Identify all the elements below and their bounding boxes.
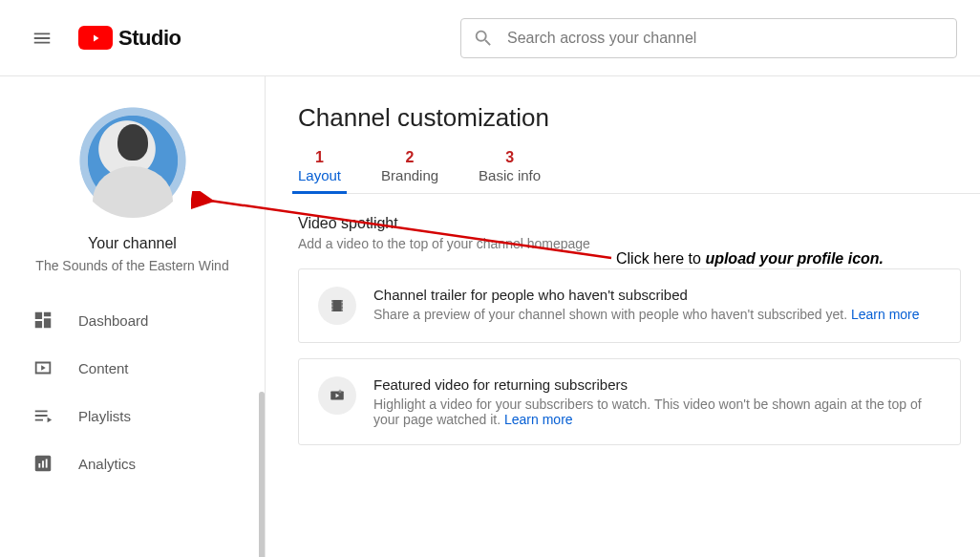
sidebar-item-label: Dashboard bbox=[78, 312, 148, 329]
content-icon bbox=[32, 357, 53, 378]
card-subtitle: Share a preview of your channel shown wi… bbox=[373, 307, 920, 322]
analytics-icon bbox=[32, 453, 53, 474]
your-channel-label: Your channel bbox=[88, 235, 177, 252]
sidebar-item-label: Playlists bbox=[78, 408, 131, 424]
sidebar-item-analytics[interactable]: Analytics bbox=[0, 439, 265, 487]
channel-avatar[interactable] bbox=[75, 103, 190, 218]
channel-name: The Sounds of the Eastern Wind bbox=[35, 258, 228, 273]
featured-video-icon bbox=[318, 376, 356, 415]
learn-more-link[interactable]: Learn more bbox=[851, 307, 920, 322]
svg-point-8 bbox=[342, 305, 343, 306]
studio-logo[interactable]: Studio bbox=[78, 26, 181, 51]
sidebar-scrollbar[interactable] bbox=[259, 392, 265, 557]
sidebar-item-label: Analytics bbox=[78, 456, 136, 472]
main-content: Channel customization 1 Layout 2 Brandin… bbox=[266, 76, 980, 557]
svg-point-7 bbox=[342, 302, 343, 303]
svg-point-9 bbox=[342, 309, 343, 310]
search-input[interactable]: Search across your channel bbox=[460, 18, 957, 58]
tab-label: Layout bbox=[298, 167, 341, 183]
svg-rect-3 bbox=[46, 459, 48, 467]
tab-annotation-number: 2 bbox=[406, 150, 415, 165]
hamburger-icon bbox=[32, 28, 53, 49]
dashboard-icon bbox=[32, 310, 53, 331]
youtube-logo-icon bbox=[78, 26, 113, 50]
card-title: Featured video for returning subscribers bbox=[373, 376, 941, 393]
tab-layout[interactable]: 1 Layout bbox=[298, 150, 341, 193]
tab-label: Branding bbox=[381, 167, 438, 183]
tab-label: Basic info bbox=[479, 167, 541, 183]
tab-branding[interactable]: 2 Branding bbox=[381, 150, 438, 193]
section-subtitle: Add a video to the top of your channel h… bbox=[298, 236, 980, 251]
svg-rect-1 bbox=[38, 463, 40, 468]
learn-more-link[interactable]: Learn more bbox=[504, 412, 573, 427]
card-channel-trailer[interactable]: Channel trailer for people who haven't s… bbox=[298, 268, 961, 343]
svg-rect-2 bbox=[42, 461, 44, 467]
tab-basic-info[interactable]: 3 Basic info bbox=[479, 150, 541, 193]
card-featured-video[interactable]: Featured video for returning subscribers… bbox=[298, 358, 961, 445]
section-title: Video spotlight bbox=[298, 215, 980, 232]
logo-text: Studio bbox=[118, 26, 181, 51]
svg-point-6 bbox=[331, 309, 332, 310]
tab-annotation-number: 1 bbox=[315, 150, 324, 165]
sidebar-item-content[interactable]: Content bbox=[0, 344, 265, 392]
search-placeholder: Search across your channel bbox=[507, 30, 696, 47]
sidebar: Your channel The Sounds of the Eastern W… bbox=[0, 76, 266, 557]
svg-point-4 bbox=[331, 302, 332, 303]
menu-button[interactable] bbox=[23, 19, 61, 57]
card-subtitle: Highlight a video for your subscribers t… bbox=[373, 396, 941, 427]
search-icon bbox=[473, 28, 494, 49]
sidebar-item-dashboard[interactable]: Dashboard bbox=[0, 296, 265, 344]
playlists-icon bbox=[32, 405, 53, 426]
page-title: Channel customization bbox=[298, 103, 980, 133]
film-icon bbox=[318, 287, 356, 325]
tab-annotation-number: 3 bbox=[505, 150, 514, 165]
card-title: Channel trailer for people who haven't s… bbox=[373, 287, 920, 303]
sidebar-item-playlists[interactable]: Playlists bbox=[0, 392, 265, 439]
svg-point-5 bbox=[331, 305, 332, 306]
sidebar-item-label: Content bbox=[78, 360, 129, 376]
tabs: 1 Layout 2 Branding 3 Basic info bbox=[298, 150, 980, 194]
annotation-text: Click here to upload your profile icon. bbox=[616, 250, 884, 268]
